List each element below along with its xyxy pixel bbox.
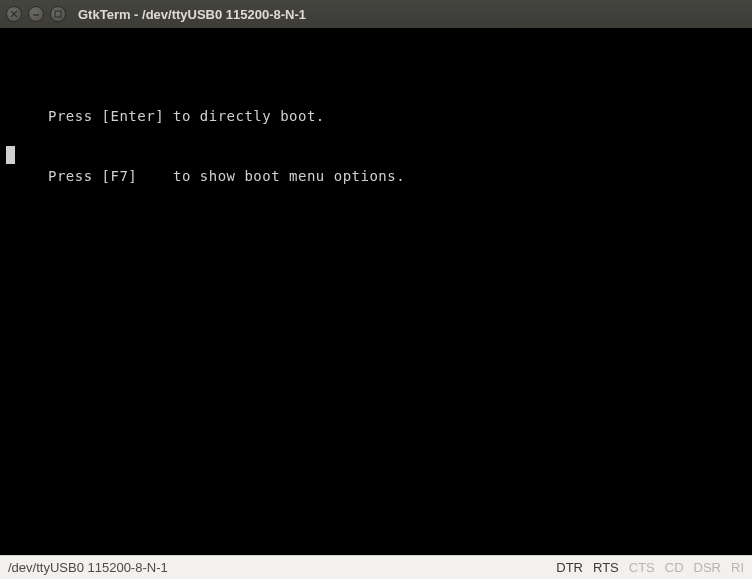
window-titlebar: GtkTerm - /dev/ttyUSB0 115200-8-N-1 (0, 0, 752, 28)
terminal-cursor (6, 146, 15, 164)
window-controls (6, 6, 66, 22)
close-button[interactable] (6, 6, 22, 22)
signal-dtr[interactable]: DTR (556, 560, 583, 575)
signal-cd: CD (665, 560, 684, 575)
maximize-icon (54, 10, 62, 18)
terminal-output: Press [Enter] to directly boot. Press [F… (0, 66, 752, 226)
minimize-icon (32, 10, 40, 18)
signal-ri: RI (731, 560, 744, 575)
minimize-button[interactable] (28, 6, 44, 22)
svg-rect-0 (55, 11, 61, 17)
signal-rts[interactable]: RTS (593, 560, 619, 575)
window-title: GtkTerm - /dev/ttyUSB0 115200-8-N-1 (78, 7, 306, 22)
signal-cts: CTS (629, 560, 655, 575)
status-port-info: /dev/ttyUSB0 115200-8-N-1 (8, 560, 168, 575)
terminal-line: Press [F7] to show boot menu options. (0, 166, 752, 186)
terminal-line: Press [Enter] to directly boot. (0, 106, 752, 126)
signal-dsr: DSR (694, 560, 721, 575)
status-bar: /dev/ttyUSB0 115200-8-N-1 DTR RTS CTS CD… (0, 555, 752, 579)
status-signals: DTR RTS CTS CD DSR RI (556, 560, 744, 575)
close-icon (10, 10, 18, 18)
maximize-button[interactable] (50, 6, 66, 22)
terminal-viewport[interactable]: Press [Enter] to directly boot. Press [F… (0, 28, 752, 555)
